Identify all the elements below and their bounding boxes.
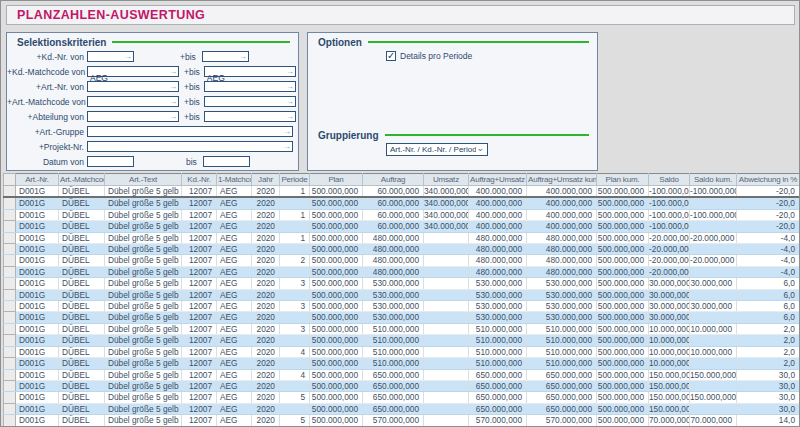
cell: 650.000,000: [363, 403, 424, 414]
cell: Dübel größe 5 gelb: [105, 278, 182, 289]
table-row[interactable]: D001GDÜBELDübel größe 5 gelb12007AEG2020…: [4, 369, 800, 380]
form-row-projekt-nr: +Projekt-Nr. →: [7, 139, 298, 154]
record-selector-cell[interactable]: [4, 289, 16, 300]
kd-matchcode-bis-field[interactable]: →: [204, 66, 296, 77]
column-header[interactable]: Auftrag: [363, 174, 424, 186]
record-selector-cell[interactable]: [4, 358, 16, 369]
table-row[interactable]: D001GDÜBELDübel größe 5 gelb12007AEG2020…: [4, 255, 800, 266]
cell: 480.000,000: [527, 244, 597, 255]
cell: 510.000,000: [527, 346, 597, 357]
record-selector-cell[interactable]: [4, 392, 16, 403]
table-row[interactable]: D001GDÜBELDübel größe 5 gelb12007AEG2020…: [4, 335, 800, 346]
table-row[interactable]: D001GDÜBELDübel größe 5 gelb12007AEG2020…: [4, 197, 800, 209]
cell: [690, 380, 737, 391]
column-header[interactable]: Periode: [280, 174, 310, 186]
cell: [690, 289, 737, 300]
cell: 2020: [252, 301, 280, 312]
table-row[interactable]: D001GDÜBELDübel größe 5 gelb12007AEG2020…: [4, 392, 800, 403]
column-header[interactable]: Saldo: [649, 174, 690, 186]
abteilung-von-field[interactable]: →: [87, 111, 179, 122]
record-selector-cell[interactable]: [4, 301, 16, 312]
cell: 530.000,000: [363, 289, 424, 300]
kd-nr-von-field[interactable]: →: [87, 51, 134, 62]
datum-bis-input[interactable]: [204, 164, 249, 173]
art-matchcode-bis-field[interactable]: →: [204, 96, 296, 107]
table-row[interactable]: D001GDÜBELDübel größe 5 gelb12007AEG2020…: [4, 232, 800, 243]
table-row[interactable]: D001GDÜBELDübel größe 5 gelb12007AEG2020…: [4, 186, 800, 198]
cell: Dübel größe 5 gelb: [105, 186, 182, 198]
record-selector-cell[interactable]: [4, 197, 16, 209]
table-row[interactable]: D001GDÜBELDübel größe 5 gelb12007AEG2020…: [4, 209, 800, 220]
table-row[interactable]: D001GDÜBELDübel größe 5 gelb12007AEG2020…: [4, 403, 800, 414]
cell: 2,0: [737, 358, 800, 369]
cell: 500.000,000: [597, 232, 649, 243]
column-header[interactable]: Kd.-Nr.: [182, 174, 217, 186]
record-selector-cell[interactable]: [4, 186, 16, 198]
table-row[interactable]: D001GDÜBELDübel größe 5 gelb12007AEG2020…: [4, 346, 800, 357]
record-selector-cell[interactable]: [4, 346, 16, 357]
record-selector-cell[interactable]: [4, 266, 16, 277]
column-header[interactable]: Art.-Matchcode: [59, 174, 105, 186]
column-header[interactable]: Saldo kum.: [690, 174, 737, 186]
kd-matchcode-von-field[interactable]: →: [87, 66, 179, 77]
art-gruppe-field[interactable]: →: [87, 126, 293, 137]
record-selector-cell[interactable]: [4, 232, 16, 243]
datum-von-input[interactable]: [88, 164, 133, 173]
gruppierung-select[interactable]: Art.-Nr. / Kd.-Nr. / Periode: [386, 143, 488, 156]
cell: 2020: [252, 232, 280, 243]
record-selector-cell[interactable]: [4, 312, 16, 323]
page-title: PLANZAHLEN-AUSWERTUNG: [17, 8, 205, 22]
cell: 500.000,000: [310, 358, 363, 369]
cell: -100.000,000: [649, 186, 690, 198]
projekt-nr-field[interactable]: →: [87, 141, 293, 152]
abteilung-bis-field[interactable]: →: [204, 111, 296, 122]
record-selector-cell[interactable]: [4, 244, 16, 255]
art-nr-bis-field[interactable]: →: [204, 81, 296, 92]
cell: 4: [280, 346, 310, 357]
table-row[interactable]: D001GDÜBELDübel größe 5 gelb12007AEG2020…: [4, 358, 800, 369]
datum-bis-field[interactable]: [203, 156, 250, 167]
table-row[interactable]: D001GDÜBELDübel größe 5 gelb12007AEG2020…: [4, 301, 800, 312]
cell: 2020: [252, 186, 280, 198]
table-row[interactable]: D001GDÜBELDübel größe 5 gelb12007AEG2020…: [4, 244, 800, 255]
kd-nr-bis-field[interactable]: →: [202, 51, 249, 62]
art-matchcode-von-field[interactable]: →: [87, 96, 179, 107]
cell: 2020: [252, 278, 280, 289]
table-row[interactable]: D001GDÜBELDübel größe 5 gelb12007AEG2020…: [4, 221, 800, 232]
column-header[interactable]: Auftrag+Umsatz kum.: [527, 174, 597, 186]
record-selector-cell[interactable]: [4, 380, 16, 391]
table-row[interactable]: D001GDÜBELDübel größe 5 gelb12007AEG2020…: [4, 289, 800, 300]
cell: 2020: [252, 209, 280, 220]
record-selector-cell[interactable]: [4, 403, 16, 414]
details-pro-periode-checkbox[interactable]: [386, 51, 396, 61]
datum-von-field[interactable]: [87, 156, 134, 167]
record-selector-cell[interactable]: [4, 323, 16, 334]
table-row[interactable]: D001GDÜBELDübel größe 5 gelb12007AEG2020…: [4, 380, 800, 391]
cell: -20.000,000: [649, 266, 690, 277]
record-selector-cell[interactable]: [4, 255, 16, 266]
column-header[interactable]: Umsatz: [424, 174, 469, 186]
column-header[interactable]: Art.-Text: [105, 174, 182, 186]
table-row[interactable]: D001GDÜBELDübel größe 5 gelb12007AEG2020…: [4, 266, 800, 277]
cell: 2020: [252, 312, 280, 323]
record-selector-cell[interactable]: [4, 369, 16, 380]
table-row[interactable]: D001GDÜBELDübel größe 5 gelb12007AEG2020…: [4, 312, 800, 323]
record-selector-cell[interactable]: [4, 209, 16, 220]
table-row[interactable]: D001GDÜBELDübel größe 5 gelb12007AEG2020…: [4, 278, 800, 289]
table-row[interactable]: D001GDÜBELDübel größe 5 gelb12007AEG2020…: [4, 323, 800, 334]
column-header[interactable]: 1-Matchcoc: [217, 174, 252, 186]
column-header[interactable]: Jahr: [252, 174, 280, 186]
column-header[interactable]: Abweichung in %: [737, 174, 800, 186]
column-header[interactable]: Plan kum.: [597, 174, 649, 186]
table-row[interactable]: D001GDÜBELDübel größe 5 gelb12007AEG2020…: [4, 415, 800, 426]
column-header[interactable]: Auftrag+Umsatz: [469, 174, 527, 186]
record-selector-cell[interactable]: [4, 221, 16, 232]
column-header[interactable]: Plan: [310, 174, 363, 186]
art-nr-von-field[interactable]: →: [87, 81, 179, 92]
column-header[interactable]: Art.-Nr.: [16, 174, 59, 186]
record-selector-cell[interactable]: [4, 335, 16, 346]
record-selector-cell[interactable]: [4, 415, 16, 426]
record-selector-cell[interactable]: [4, 278, 16, 289]
cell: [280, 312, 310, 323]
cell: AEG: [217, 244, 252, 255]
